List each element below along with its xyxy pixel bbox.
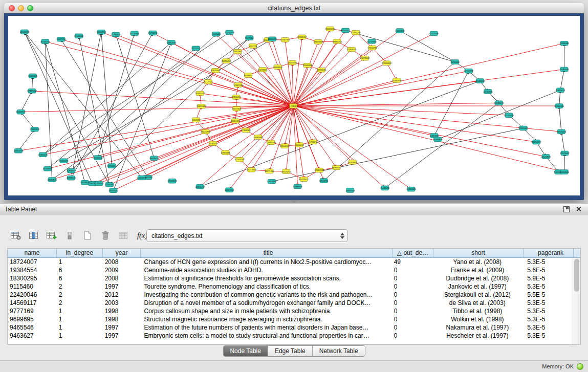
cell-title: Genome-wide association studies in ADHD. — [141, 266, 392, 274]
svg-text:9765955: 9765955 — [341, 29, 350, 32]
graph-edge[interactable] — [293, 106, 385, 188]
graph-edge[interactable] — [293, 29, 330, 106]
table-row[interactable]: 1830029562008Estimation of significance … — [8, 274, 573, 282]
column-header-pagerank[interactable]: pagerank — [524, 249, 574, 258]
graph-edge[interactable] — [18, 106, 293, 151]
row-options-icon[interactable] — [62, 228, 77, 243]
cell-name: 19384554 — [8, 266, 57, 274]
scrollbar-thumb[interactable] — [574, 259, 579, 292]
graph-edge[interactable] — [52, 106, 293, 180]
tab-edge-table[interactable]: Edge Table — [268, 346, 313, 356]
table-selector-dropdown[interactable]: citations_edges.txt — [146, 229, 348, 242]
svg-text:9212200: 9212200 — [204, 80, 213, 83]
svg-text:19991357: 19991357 — [297, 36, 307, 38]
svg-text:15093906: 15093906 — [253, 136, 263, 139]
cell-title: Estimation of the future numbers of pati… — [141, 323, 392, 332]
show-columns-icon[interactable] — [26, 228, 41, 243]
graph-edge[interactable] — [560, 69, 564, 90]
graph-edge[interactable] — [400, 31, 455, 62]
graph-edge[interactable] — [293, 103, 499, 106]
graph-edge[interactable] — [21, 91, 32, 112]
svg-text:16508337: 16508337 — [16, 111, 26, 113]
table-row[interactable]: 911546021997Tourette syndrome. Phenomeno… — [8, 282, 573, 291]
graph-edge[interactable] — [324, 62, 455, 181]
graph-edge[interactable] — [43, 42, 171, 155]
new-column-icon[interactable] — [44, 228, 59, 243]
graph-edge[interactable] — [25, 32, 93, 183]
table-row[interactable]: 977716911998Corpus callosum shape and si… — [8, 307, 573, 315]
table-row[interactable]: 969969511998Structural magnetic resonanc… — [8, 315, 573, 323]
memory-ok-icon[interactable] — [577, 363, 583, 370]
svg-text:17364383: 17364383 — [241, 129, 251, 132]
svg-text:19481045: 19481045 — [38, 154, 48, 156]
float-panel-icon[interactable] — [563, 206, 570, 212]
network-canvas-svg[interactable]: 1576461424769161175122331042547224028216… — [8, 16, 580, 195]
tab-node-table[interactable]: Node Table — [223, 346, 268, 356]
graph-edge[interactable] — [32, 91, 293, 106]
graph-edge[interactable] — [293, 37, 302, 106]
tab-network-table[interactable]: Network Table — [313, 346, 365, 356]
table-row[interactable]: 2242004622012Investigating the contribut… — [8, 291, 573, 299]
column-header-filler — [574, 249, 580, 258]
svg-text:16468899: 16468899 — [433, 138, 443, 141]
application-window: citations_edges.txt 15764614247691611751… — [0, 0, 588, 372]
svg-text:21330610: 21330610 — [67, 169, 76, 172]
close-panel-icon[interactable] — [575, 206, 582, 212]
column-header-in-degree[interactable]: in_degree — [57, 249, 103, 258]
graph-edge[interactable] — [45, 41, 293, 106]
cell-name: 18300295 — [8, 274, 57, 282]
delete-table-icon[interactable] — [98, 228, 113, 243]
import-table-icon[interactable] — [116, 228, 131, 243]
new-table-icon[interactable] — [80, 228, 95, 243]
svg-text:17875656: 17875656 — [557, 130, 567, 133]
graph-edge[interactable] — [293, 106, 353, 162]
table-mode-icon[interactable] — [8, 228, 24, 243]
graph-edge[interactable] — [564, 153, 565, 172]
cell-year: 1997 — [103, 332, 141, 340]
column-header-year[interactable]: year — [103, 249, 141, 258]
svg-text:21235673: 21235673 — [494, 102, 504, 104]
cell-out_degree: 0 — [392, 299, 433, 307]
table-row[interactable]: 1872400712008Changes of HCN gene express… — [8, 258, 573, 266]
column-header-title[interactable]: title — [141, 249, 393, 258]
cell-title: Corpus callosum shape and size in male p… — [141, 307, 392, 315]
graph-edge[interactable] — [385, 103, 499, 188]
graph-edge[interactable] — [61, 39, 148, 178]
graph-edge[interactable] — [561, 132, 565, 153]
column-header-short[interactable]: short — [433, 249, 524, 258]
table-row[interactable]: 1938455462009Genome-wide association stu… — [8, 266, 573, 274]
graph-edge[interactable] — [293, 31, 400, 106]
svg-text:15940359: 15940359 — [392, 79, 402, 82]
graph-edge[interactable] — [387, 63, 397, 80]
cell-title: Structural magnetic resonance image aver… — [141, 315, 392, 323]
table-row[interactable]: 946554611997Estimation of the future num… — [8, 323, 573, 332]
cell-short: Nakamura et al. (1997) — [433, 323, 523, 332]
graph-edge[interactable] — [21, 112, 35, 129]
graph-edge[interactable] — [559, 106, 561, 132]
graph-edge[interactable] — [293, 80, 397, 106]
table-row[interactable]: 1456911722003Disruption of a novel membe… — [8, 299, 573, 307]
window-titlebar[interactable]: citations_edges.txt — [4, 3, 584, 13]
cell-name: 9465546 — [8, 323, 57, 332]
graph-edge[interactable] — [293, 50, 352, 106]
svg-text:13971916: 13971916 — [265, 170, 274, 172]
cell-in_degree: 6 — [57, 274, 103, 282]
graph-edge[interactable] — [98, 33, 134, 158]
svg-text:9257774: 9257774 — [249, 45, 257, 48]
table-row[interactable]: 946362711997Embryonic stem cells: a mode… — [8, 332, 573, 340]
column-header-out-degree[interactable]: △ out_de… — [393, 249, 433, 258]
vertical-scrollbar[interactable] — [573, 258, 580, 344]
dropdown-arrows-icon — [338, 233, 347, 239]
graph-edge[interactable] — [18, 129, 35, 151]
graph-edge[interactable] — [293, 33, 434, 106]
graph-edge[interactable] — [293, 106, 564, 172]
column-header-name[interactable]: name — [8, 249, 57, 258]
graph-edge[interactable] — [559, 90, 560, 106]
graph-edge[interactable] — [61, 39, 293, 106]
svg-text:24020893: 24020893 — [541, 156, 551, 158]
graph-edge[interactable] — [21, 106, 293, 112]
cell-in_degree: 1 — [57, 307, 103, 315]
graph-edge[interactable] — [272, 128, 524, 182]
svg-text:22850207: 22850207 — [222, 60, 231, 62]
svg-text:19470804: 19470804 — [313, 40, 323, 43]
